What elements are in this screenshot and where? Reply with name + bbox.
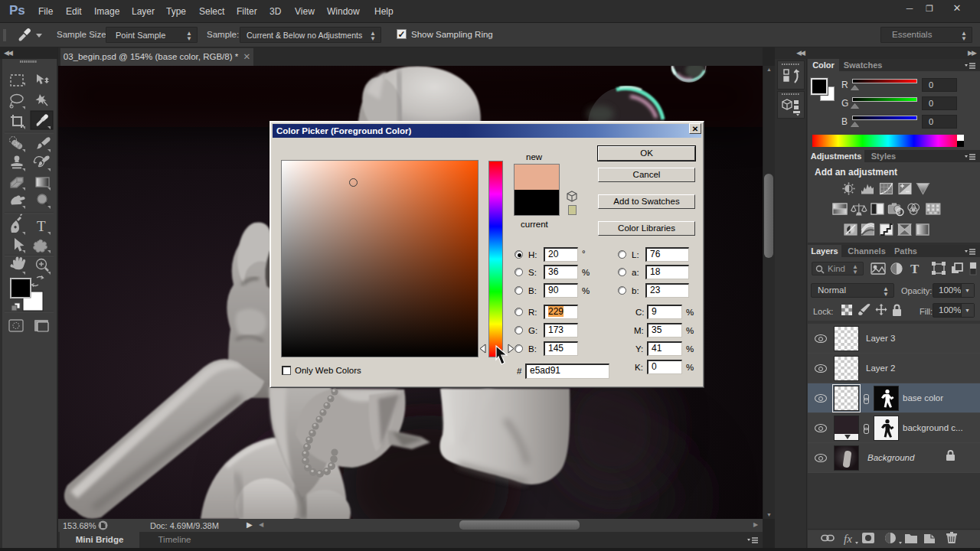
svg-text:T: T <box>37 218 46 234</box>
svg-text:fx: fx <box>844 533 852 545</box>
svg-text:T: T <box>910 262 920 276</box>
